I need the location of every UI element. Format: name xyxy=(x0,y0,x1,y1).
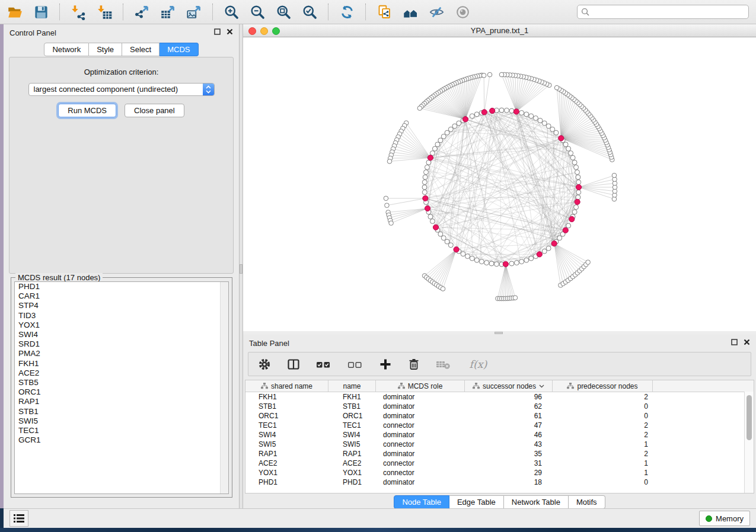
mcds-result-item[interactable]: GCR1 xyxy=(15,435,228,445)
table-cell[interactable]: dominator xyxy=(376,392,465,402)
show-graphics-details-icon[interactable] xyxy=(455,4,471,20)
table-cell[interactable]: YOX1 xyxy=(245,468,328,477)
network-graph[interactable] xyxy=(243,37,756,331)
table-cell[interactable]: dominator xyxy=(376,477,465,487)
mcds-result-item[interactable]: STB5 xyxy=(15,378,228,387)
memory-button[interactable]: Memory xyxy=(699,511,750,526)
table-row[interactable]: ACE2ACE2connector311 xyxy=(245,459,754,468)
close-panel-icon[interactable] xyxy=(227,28,233,35)
table-cell[interactable]: RAP1 xyxy=(328,449,376,459)
table-cell[interactable]: 43 xyxy=(465,440,553,449)
mcds-result-list[interactable]: PHD1CAR1STP4TID3YOX1SWI4SRD1PMA2FKH1ACE2… xyxy=(14,281,229,494)
mcds-list-scrollbar[interactable] xyxy=(220,282,228,493)
float-panel-icon[interactable] xyxy=(214,28,221,35)
table-cell[interactable]: dominator xyxy=(376,430,465,440)
tab-style[interactable]: Style xyxy=(89,43,122,56)
mcds-result-item[interactable]: STB1 xyxy=(15,407,228,416)
table-cell[interactable]: 18 xyxy=(465,477,553,487)
zoom-fit-icon[interactable] xyxy=(276,4,292,20)
tab-network[interactable]: Network xyxy=(44,43,89,56)
column-header-mcds-role[interactable]: MCDS role xyxy=(376,380,465,392)
table-cell[interactable]: 47 xyxy=(465,421,553,430)
divider-grip[interactable] xyxy=(495,332,503,334)
table-cell[interactable]: YOX1 xyxy=(328,468,376,477)
table-scrollbar-thumb[interactable] xyxy=(747,395,752,440)
mcds-result-item[interactable]: ORC1 xyxy=(15,387,228,397)
table-cell[interactable]: FKH1 xyxy=(245,392,328,402)
table-cell[interactable]: 2 xyxy=(553,430,653,440)
column-header-shared-name[interactable]: shared name xyxy=(245,380,328,392)
divider-grip[interactable] xyxy=(240,264,243,274)
clone-network-icon[interactable] xyxy=(377,4,393,20)
export-network-icon[interactable] xyxy=(134,4,150,20)
table-row[interactable]: FKH1FKH1dominator962 xyxy=(245,392,754,402)
zoom-selected-icon[interactable] xyxy=(302,4,318,20)
show-column-icon[interactable] xyxy=(287,358,300,371)
table-cell[interactable]: 0 xyxy=(553,411,653,421)
table-cell[interactable]: connector xyxy=(376,459,465,468)
table-row[interactable]: SWI5SWI5connector431 xyxy=(245,440,754,449)
import-table-icon[interactable] xyxy=(97,4,113,20)
table-cell[interactable]: dominator xyxy=(376,402,465,411)
delete-row-trash-icon[interactable] xyxy=(408,358,420,371)
zoom-in-icon[interactable] xyxy=(224,4,240,20)
open-file-icon[interactable] xyxy=(7,4,23,20)
column-header-name[interactable]: name xyxy=(328,380,376,392)
mcds-result-item[interactable]: YOX1 xyxy=(15,321,228,330)
table-cell[interactable]: ORC1 xyxy=(245,411,328,421)
table-cell[interactable]: 46 xyxy=(465,430,553,440)
mcds-result-item[interactable]: TID3 xyxy=(15,311,228,321)
export-image-icon[interactable] xyxy=(186,4,202,20)
tab-network-table[interactable]: Network Table xyxy=(504,495,569,509)
table-cell[interactable]: 2 xyxy=(553,449,653,459)
tab-motifs[interactable]: Motifs xyxy=(569,495,605,509)
table-row[interactable]: STB1STB1dominator620 xyxy=(245,402,754,411)
table-cell[interactable]: 62 xyxy=(465,402,553,411)
add-row-plus-icon[interactable] xyxy=(379,358,392,371)
table-cell[interactable]: ORC1 xyxy=(328,411,376,421)
search-input[interactable] xyxy=(592,7,745,17)
table-cell[interactable]: 96 xyxy=(465,392,553,402)
column-header-predecessor-nodes[interactable]: predecessor nodes xyxy=(553,380,653,392)
table-row[interactable]: TEC1TEC1connector472 xyxy=(245,421,754,430)
float-panel-icon[interactable] xyxy=(731,339,738,345)
table-cell[interactable]: STB1 xyxy=(328,402,376,411)
table-cell[interactable]: SWI5 xyxy=(328,440,376,449)
search-box[interactable] xyxy=(577,5,749,19)
table-cell[interactable]: SWI4 xyxy=(328,430,376,440)
table-cell[interactable]: 1 xyxy=(553,468,653,477)
table-cell[interactable]: ACE2 xyxy=(245,459,328,468)
table-cell[interactable]: PHD1 xyxy=(245,477,328,487)
network-window-titlebar[interactable]: YPA_prune.txt_1 xyxy=(243,24,756,37)
mcds-result-item[interactable]: TEC1 xyxy=(15,426,228,435)
mcds-result-item[interactable]: STP4 xyxy=(15,301,228,310)
tab-node-table[interactable]: Node Table xyxy=(394,495,449,509)
tab-edge-table[interactable]: Edge Table xyxy=(449,495,504,509)
table-cell[interactable]: dominator xyxy=(376,411,465,421)
hide-graphics-details-icon[interactable] xyxy=(429,4,445,20)
deselect-all-icon[interactable] xyxy=(347,358,363,371)
table-cell[interactable]: FKH1 xyxy=(328,392,376,402)
zoom-out-icon[interactable] xyxy=(250,4,266,20)
window-zoom-button[interactable] xyxy=(272,27,280,35)
save-session-icon[interactable] xyxy=(33,4,49,20)
mcds-result-item[interactable]: FKH1 xyxy=(15,359,228,368)
task-history-button[interactable] xyxy=(9,510,28,527)
table-cell[interactable]: SWI5 xyxy=(245,440,328,449)
mcds-result-item[interactable]: SWI4 xyxy=(15,330,228,339)
mcds-result-item[interactable]: ACE2 xyxy=(15,368,228,378)
table-cell[interactable]: connector xyxy=(376,468,465,477)
window-minimize-button[interactable] xyxy=(260,27,268,35)
table-cell[interactable]: 29 xyxy=(465,468,553,477)
column-header-successor-nodes[interactable]: successor nodes xyxy=(465,380,553,392)
table-cell[interactable]: STB1 xyxy=(245,402,328,411)
close-panel-button[interactable]: Close panel xyxy=(125,104,184,117)
table-cell[interactable]: 31 xyxy=(465,459,553,468)
table-row[interactable]: ORC1ORC1dominator610 xyxy=(245,411,754,421)
close-panel-icon[interactable] xyxy=(744,339,750,345)
table-cell[interactable]: 2 xyxy=(553,421,653,430)
table-cell[interactable]: ACE2 xyxy=(328,459,376,468)
mcds-result-item[interactable]: SWI5 xyxy=(15,416,228,426)
table-cell[interactable]: 35 xyxy=(465,449,553,459)
table-cell[interactable]: PHD1 xyxy=(328,477,376,487)
